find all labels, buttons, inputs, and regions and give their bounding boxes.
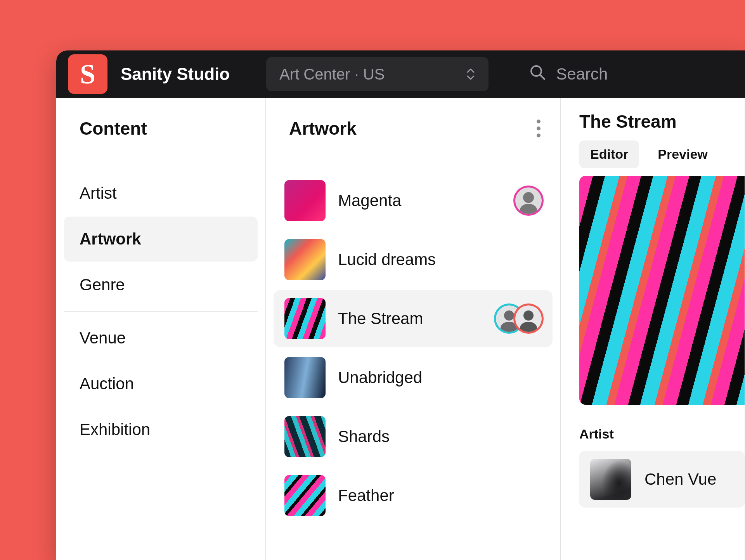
artist-thumbnail (590, 459, 631, 500)
svg-point-4 (537, 133, 541, 137)
tab-label: Editor (590, 147, 628, 161)
artwork-list: Magenta Lucid dreams The Stream (266, 159, 560, 560)
document-header: The Stream Editor Preview (561, 98, 745, 168)
artwork-thumbnail (284, 180, 326, 221)
presence-avatars (496, 305, 542, 332)
artist-field-label: Artist (579, 427, 745, 442)
artwork-pane-menu-button[interactable] (532, 115, 545, 142)
presence-avatar[interactable] (515, 187, 542, 214)
dataset-selector[interactable]: Art Center · US (266, 57, 489, 91)
sanity-logo-letter: S (80, 58, 95, 90)
search-button[interactable]: Search (529, 64, 608, 85)
svg-point-12 (523, 310, 534, 321)
dataset-selector-label: Art Center · US (279, 66, 385, 83)
artwork-item-label: Lucid dreams (338, 250, 542, 269)
artwork-thumbnail (284, 239, 326, 280)
document-hero-image[interactable] (579, 176, 745, 405)
document-title: The Stream (579, 111, 726, 132)
artwork-pane-header: Artwork (266, 98, 560, 159)
artwork-item-label: Feather (338, 486, 542, 505)
artwork-pane-title: Artwork (289, 118, 357, 139)
tab-preview[interactable]: Preview (647, 140, 719, 168)
content-pane-title-label: Content (80, 118, 147, 139)
panes: Content Artist Artwork Genre Venue Aucti… (56, 98, 745, 560)
artwork-thumbnail (284, 298, 326, 339)
document-pane: The Stream Editor Preview Artist Chen Vu… (561, 98, 745, 560)
sidebar-item-label: Venue (80, 329, 126, 347)
artwork-thumbnail (284, 475, 326, 516)
artwork-item-label: Unabridged (338, 368, 542, 387)
sidebar-item-genre[interactable]: Genre (64, 262, 258, 307)
artwork-item-the-stream[interactable]: The Stream (274, 290, 553, 347)
artwork-item-feather[interactable]: Feather (274, 467, 553, 524)
artwork-item-magenta[interactable]: Magenta (274, 172, 553, 229)
search-icon (529, 64, 546, 85)
topbar: S Sanity Studio Art Center · US Search (56, 50, 745, 98)
sidebar-item-artwork[interactable]: Artwork (64, 217, 258, 262)
svg-point-2 (537, 120, 541, 123)
artwork-item-lucid-dreams[interactable]: Lucid dreams (274, 231, 553, 288)
tab-label: Preview (658, 147, 708, 161)
presence-avatar[interactable] (515, 305, 542, 332)
sidebar-item-venue[interactable]: Venue (64, 316, 258, 361)
sidebar-item-auction[interactable]: Auction (64, 361, 258, 406)
app-title: Sanity Studio (121, 64, 230, 84)
artwork-item-label: Shards (338, 427, 542, 446)
sanity-logo[interactable]: S (68, 54, 107, 94)
sidebar-item-label: Genre (80, 276, 125, 294)
presence-avatars (515, 187, 542, 214)
svg-line-1 (540, 75, 544, 79)
sidebar-item-label: Artist (80, 184, 117, 202)
artwork-item-shards[interactable]: Shards (274, 408, 553, 465)
content-pane-title: Content (56, 98, 265, 159)
document-body: Artist Chen Vue (561, 168, 745, 508)
svg-point-6 (523, 192, 534, 203)
artwork-item-unabridged[interactable]: Unabridged (274, 349, 553, 406)
artwork-thumbnail (284, 416, 326, 457)
document-tabs: Editor Preview (579, 140, 726, 168)
content-pane: Content Artist Artwork Genre Venue Aucti… (56, 98, 266, 560)
artwork-item-label: The Stream (338, 309, 483, 328)
app-window: S Sanity Studio Art Center · US Search C… (56, 50, 745, 560)
svg-point-9 (504, 310, 514, 321)
sidebar-item-artist[interactable]: Artist (64, 171, 258, 216)
artwork-pane: Artwork Magenta (266, 98, 561, 560)
sidebar-item-label: Exhibition (80, 420, 150, 439)
content-list: Artist Artwork Genre Venue Auction Exhib… (56, 159, 265, 560)
artist-name: Chen Vue (645, 470, 716, 489)
sidebar-item-exhibition[interactable]: Exhibition (64, 407, 258, 452)
sidebar-item-label: Auction (80, 374, 134, 393)
sidebar-item-label: Artwork (80, 230, 141, 248)
tab-editor[interactable]: Editor (579, 140, 639, 168)
artwork-item-label: Magenta (338, 191, 503, 210)
sidebar-separator (64, 311, 258, 312)
more-vertical-icon (536, 119, 541, 138)
search-label: Search (556, 65, 608, 83)
sort-updown-icon (466, 68, 475, 80)
artist-reference-card[interactable]: Chen Vue (579, 451, 745, 508)
artwork-thumbnail (284, 357, 326, 398)
svg-point-3 (537, 127, 541, 130)
